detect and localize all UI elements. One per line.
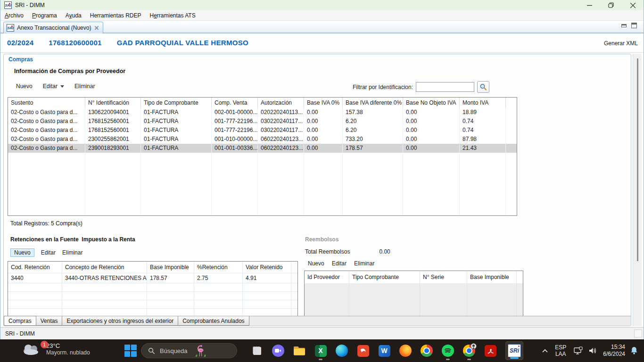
compras-title: Información de Compras por Proveedor [14,68,125,74]
acrobat-icon[interactable] [484,345,496,357]
total-reembolsos-label: Total Reembolsos [305,248,350,255]
table-row[interactable]: 02-Costo o Gasto para d...17681525600010… [8,117,517,126]
tab-anexo-transaccional[interactable]: SRi Anexo Transaccional (Nuevo) ✕ [3,22,103,33]
table-cell: 0.00 [304,126,343,135]
menu-archivo[interactable]: Archivo [0,10,28,20]
editar-button[interactable]: Editar [43,83,64,90]
video-chat-icon[interactable] [272,345,284,357]
sri-dimm-taskbar-icon[interactable]: SRi [505,341,523,360]
file-explorer-icon[interactable] [293,345,305,357]
table-cell [403,162,460,171]
column-header[interactable]: Valor Retenido [243,262,291,273]
column-header[interactable]: %Retención [194,262,243,273]
reemb-eliminar-button[interactable]: Eliminar [354,260,374,267]
table-cell [243,300,291,309]
volume-icon[interactable] [589,347,597,354]
reemb-nuevo-button[interactable]: Nuevo [308,260,324,267]
table-cell [212,153,258,162]
close-button[interactable] [622,0,644,10]
nuevo-button[interactable]: Nuevo [16,83,33,90]
reemb-editar-button[interactable]: Editar [332,260,347,267]
table-row[interactable]: 34403440-OTRAS RETENCIONES A...178.572.7… [8,273,297,283]
notification-bell-icon[interactable] [630,346,638,355]
table-cell [506,171,517,180]
resize-grip[interactable] [634,329,642,337]
table-row[interactable]: 02-Costo o Gasto para d...23002558620010… [8,135,517,144]
edge-icon[interactable] [336,345,348,357]
chrome-icon[interactable] [421,345,433,357]
taskbar-search[interactable]: Búsqueda [141,343,237,358]
app-icon[interactable]: SRi [4,1,12,9]
table-cell: 0.00 [403,144,460,153]
column-header[interactable]: Tipo Comprobante [349,271,420,283]
firefox-icon[interactable] [399,345,412,357]
menu-programa[interactable]: Programa [28,10,61,20]
table-row[interactable]: 02-Costo o Gasto para d...13062200940010… [8,108,517,117]
start-button[interactable] [124,344,137,357]
column-header[interactable]: Base IVA diferente 0% [343,98,403,108]
period-label: 02/2024 [7,39,33,47]
column-header[interactable]: Base No Objeto IVA [403,98,460,108]
view-minimize-icon[interactable] [621,24,627,27]
filter-search-button[interactable] [477,81,489,93]
column-header[interactable]: Concepto de Retención [62,262,147,273]
main-scrollbar[interactable] [633,54,642,326]
menu-herramientas-rdep[interactable]: Herramientas RDEP [86,10,146,20]
total-registros: Total Registros: 5 Compra(s) [10,220,83,227]
ret-eliminar-button[interactable]: Eliminar [62,249,83,256]
weather-widget[interactable]: 1 23°C Mayorm. nublado [22,342,90,356]
ret-nuevo-button[interactable]: Nuevo [10,248,34,257]
column-header[interactable]: N° Serie [420,271,467,283]
tab-compras[interactable]: Compras [4,316,36,326]
language-indicator[interactable]: ESP LAA [555,344,566,357]
filter-input[interactable] [416,82,474,92]
table-cell [304,153,343,162]
eliminar-button[interactable]: Eliminar [74,83,95,90]
tray-chevron-icon[interactable] [542,348,548,353]
table-cell: 87.98 [460,135,506,144]
column-header[interactable]: Monto IVA [460,98,506,108]
restore-button[interactable] [600,0,622,10]
clock[interactable]: 15:34 6/6/2024 [603,344,625,358]
menu-ayuda[interactable]: Ayuda [61,10,86,20]
menu-herramientas-ats[interactable]: Herramientas ATS [145,10,199,20]
generar-xml-button[interactable]: Generar XML [604,40,638,47]
column-header[interactable]: Autorización [258,98,304,108]
spotify-icon[interactable] [442,345,454,357]
scrollbar-thumb[interactable] [637,58,638,261]
view-maximize-icon[interactable] [631,23,637,28]
chrome-profile-icon[interactable] [463,345,475,357]
reembolsos-title: Reembolsos [305,236,339,243]
network-icon[interactable] [574,346,583,355]
column-header[interactable]: Comp. Venta [212,98,258,108]
column-header[interactable]: Base IVA 0% [304,98,343,108]
chevron-down-icon[interactable] [60,85,64,88]
column-header[interactable]: Base Imponible [467,271,517,283]
column-header[interactable]: Base Imponible [147,262,194,273]
ret-editar-button[interactable]: Editar [41,249,56,256]
table-cell [349,300,420,309]
table-cell [517,283,523,292]
table-cell: 0.74 [460,117,506,126]
word-icon[interactable]: W [378,345,390,357]
table-cell [460,171,506,180]
tab-exportaciones[interactable]: Exportaciones y otros ingresos del exter… [62,316,178,326]
excel-icon[interactable]: X [314,345,327,357]
column-header[interactable]: Tipo de Comprobante [141,98,212,108]
tab-ventas[interactable]: Ventas [36,316,63,326]
table-cell [403,189,460,197]
tab-close-icon[interactable]: ✕ [94,25,99,31]
pdf-editor-icon[interactable] [357,345,369,357]
table-cell [147,283,194,292]
column-header[interactable]: Sustento [8,98,85,108]
table-cell: 0.00 [403,126,460,135]
column-header[interactable]: Cod. Retención [8,262,62,273]
column-header[interactable]: N° Identificación [85,98,141,108]
table-row[interactable]: 02-Costo o Gasto para d...17681525600010… [8,126,517,135]
task-view-icon[interactable] [251,345,263,357]
table-row[interactable]: 02-Costo o Gasto para d...23900182930010… [8,144,517,153]
column-header[interactable]: Id Proveedor [305,271,349,283]
empty-row [8,206,517,215]
minimize-button[interactable] [578,0,600,10]
tab-comprobantes-anulados[interactable]: Comprobantes Anulados [178,316,249,326]
